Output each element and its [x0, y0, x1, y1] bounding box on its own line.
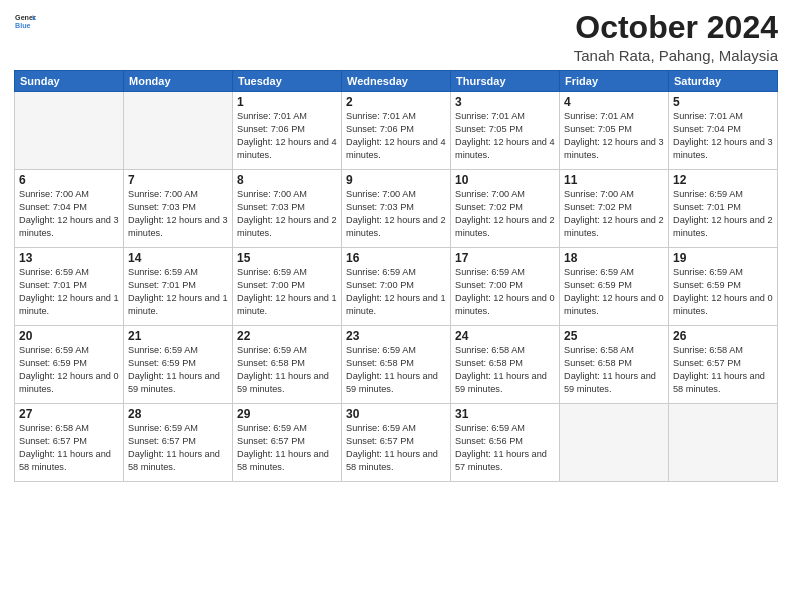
day-number: 5 — [673, 95, 773, 109]
calendar-cell: 13Sunrise: 6:59 AM Sunset: 7:01 PM Dayli… — [15, 248, 124, 326]
calendar-cell: 29Sunrise: 6:59 AM Sunset: 6:57 PM Dayli… — [233, 404, 342, 482]
calendar-cell — [124, 92, 233, 170]
day-info: Sunrise: 7:00 AM Sunset: 7:03 PM Dayligh… — [128, 188, 228, 240]
day-info: Sunrise: 7:00 AM Sunset: 7:02 PM Dayligh… — [564, 188, 664, 240]
day-info: Sunrise: 6:59 AM Sunset: 6:58 PM Dayligh… — [237, 344, 337, 396]
day-number: 21 — [128, 329, 228, 343]
calendar-cell: 12Sunrise: 6:59 AM Sunset: 7:01 PM Dayli… — [669, 170, 778, 248]
calendar-cell: 10Sunrise: 7:00 AM Sunset: 7:02 PM Dayli… — [451, 170, 560, 248]
calendar-cell: 9Sunrise: 7:00 AM Sunset: 7:03 PM Daylig… — [342, 170, 451, 248]
day-info: Sunrise: 6:59 AM Sunset: 6:59 PM Dayligh… — [19, 344, 119, 396]
calendar-cell: 15Sunrise: 6:59 AM Sunset: 7:00 PM Dayli… — [233, 248, 342, 326]
col-sunday: Sunday — [15, 71, 124, 92]
day-number: 3 — [455, 95, 555, 109]
day-info: Sunrise: 6:59 AM Sunset: 6:59 PM Dayligh… — [128, 344, 228, 396]
day-info: Sunrise: 6:59 AM Sunset: 6:57 PM Dayligh… — [237, 422, 337, 474]
day-number: 9 — [346, 173, 446, 187]
day-info: Sunrise: 6:59 AM Sunset: 6:59 PM Dayligh… — [564, 266, 664, 318]
col-wednesday: Wednesday — [342, 71, 451, 92]
day-info: Sunrise: 6:59 AM Sunset: 6:57 PM Dayligh… — [346, 422, 446, 474]
calendar-cell: 24Sunrise: 6:58 AM Sunset: 6:58 PM Dayli… — [451, 326, 560, 404]
day-number: 26 — [673, 329, 773, 343]
col-thursday: Thursday — [451, 71, 560, 92]
calendar-cell: 14Sunrise: 6:59 AM Sunset: 7:01 PM Dayli… — [124, 248, 233, 326]
day-info: Sunrise: 6:59 AM Sunset: 7:00 PM Dayligh… — [237, 266, 337, 318]
day-info: Sunrise: 6:58 AM Sunset: 6:57 PM Dayligh… — [19, 422, 119, 474]
calendar-cell: 19Sunrise: 6:59 AM Sunset: 6:59 PM Dayli… — [669, 248, 778, 326]
calendar-cell: 25Sunrise: 6:58 AM Sunset: 6:58 PM Dayli… — [560, 326, 669, 404]
day-number: 1 — [237, 95, 337, 109]
day-info: Sunrise: 6:59 AM Sunset: 6:59 PM Dayligh… — [673, 266, 773, 318]
day-info: Sunrise: 6:59 AM Sunset: 7:00 PM Dayligh… — [346, 266, 446, 318]
calendar-cell — [669, 404, 778, 482]
calendar-cell: 26Sunrise: 6:58 AM Sunset: 6:57 PM Dayli… — [669, 326, 778, 404]
col-saturday: Saturday — [669, 71, 778, 92]
title-block: October 2024 Tanah Rata, Pahang, Malaysi… — [574, 10, 778, 64]
week-row-1: 1Sunrise: 7:01 AM Sunset: 7:06 PM Daylig… — [15, 92, 778, 170]
day-number: 31 — [455, 407, 555, 421]
day-number: 11 — [564, 173, 664, 187]
day-number: 25 — [564, 329, 664, 343]
calendar-cell: 18Sunrise: 6:59 AM Sunset: 6:59 PM Dayli… — [560, 248, 669, 326]
day-info: Sunrise: 6:59 AM Sunset: 7:01 PM Dayligh… — [128, 266, 228, 318]
col-monday: Monday — [124, 71, 233, 92]
logo: General Blue — [14, 10, 36, 32]
day-info: Sunrise: 6:59 AM Sunset: 6:56 PM Dayligh… — [455, 422, 555, 474]
page: General Blue October 2024 Tanah Rata, Pa… — [0, 0, 792, 612]
calendar-cell — [560, 404, 669, 482]
week-row-3: 13Sunrise: 6:59 AM Sunset: 7:01 PM Dayli… — [15, 248, 778, 326]
day-info: Sunrise: 6:59 AM Sunset: 7:01 PM Dayligh… — [19, 266, 119, 318]
day-number: 28 — [128, 407, 228, 421]
day-info: Sunrise: 6:59 AM Sunset: 6:58 PM Dayligh… — [346, 344, 446, 396]
calendar-cell: 1Sunrise: 7:01 AM Sunset: 7:06 PM Daylig… — [233, 92, 342, 170]
calendar-header-row: Sunday Monday Tuesday Wednesday Thursday… — [15, 71, 778, 92]
calendar-cell: 16Sunrise: 6:59 AM Sunset: 7:00 PM Dayli… — [342, 248, 451, 326]
week-row-4: 20Sunrise: 6:59 AM Sunset: 6:59 PM Dayli… — [15, 326, 778, 404]
calendar: Sunday Monday Tuesday Wednesday Thursday… — [14, 70, 778, 482]
calendar-cell: 27Sunrise: 6:58 AM Sunset: 6:57 PM Dayli… — [15, 404, 124, 482]
day-number: 10 — [455, 173, 555, 187]
day-number: 27 — [19, 407, 119, 421]
day-number: 20 — [19, 329, 119, 343]
day-info: Sunrise: 6:58 AM Sunset: 6:58 PM Dayligh… — [564, 344, 664, 396]
calendar-cell: 30Sunrise: 6:59 AM Sunset: 6:57 PM Dayli… — [342, 404, 451, 482]
week-row-2: 6Sunrise: 7:00 AM Sunset: 7:04 PM Daylig… — [15, 170, 778, 248]
day-number: 8 — [237, 173, 337, 187]
day-number: 17 — [455, 251, 555, 265]
calendar-cell: 4Sunrise: 7:01 AM Sunset: 7:05 PM Daylig… — [560, 92, 669, 170]
calendar-cell: 2Sunrise: 7:01 AM Sunset: 7:06 PM Daylig… — [342, 92, 451, 170]
day-number: 7 — [128, 173, 228, 187]
day-number: 24 — [455, 329, 555, 343]
day-number: 6 — [19, 173, 119, 187]
day-info: Sunrise: 7:01 AM Sunset: 7:05 PM Dayligh… — [564, 110, 664, 162]
day-info: Sunrise: 7:01 AM Sunset: 7:05 PM Dayligh… — [455, 110, 555, 162]
day-number: 19 — [673, 251, 773, 265]
header: General Blue October 2024 Tanah Rata, Pa… — [14, 10, 778, 64]
day-number: 16 — [346, 251, 446, 265]
calendar-cell: 22Sunrise: 6:59 AM Sunset: 6:58 PM Dayli… — [233, 326, 342, 404]
calendar-cell: 8Sunrise: 7:00 AM Sunset: 7:03 PM Daylig… — [233, 170, 342, 248]
col-tuesday: Tuesday — [233, 71, 342, 92]
day-info: Sunrise: 7:00 AM Sunset: 7:03 PM Dayligh… — [346, 188, 446, 240]
calendar-cell: 5Sunrise: 7:01 AM Sunset: 7:04 PM Daylig… — [669, 92, 778, 170]
calendar-cell — [15, 92, 124, 170]
calendar-cell: 7Sunrise: 7:00 AM Sunset: 7:03 PM Daylig… — [124, 170, 233, 248]
day-number: 4 — [564, 95, 664, 109]
day-number: 13 — [19, 251, 119, 265]
day-info: Sunrise: 7:00 AM Sunset: 7:03 PM Dayligh… — [237, 188, 337, 240]
day-number: 15 — [237, 251, 337, 265]
day-info: Sunrise: 6:59 AM Sunset: 7:01 PM Dayligh… — [673, 188, 773, 240]
day-number: 18 — [564, 251, 664, 265]
day-number: 12 — [673, 173, 773, 187]
day-number: 30 — [346, 407, 446, 421]
day-info: Sunrise: 6:58 AM Sunset: 6:57 PM Dayligh… — [673, 344, 773, 396]
calendar-cell: 6Sunrise: 7:00 AM Sunset: 7:04 PM Daylig… — [15, 170, 124, 248]
day-info: Sunrise: 7:01 AM Sunset: 7:04 PM Dayligh… — [673, 110, 773, 162]
calendar-cell: 28Sunrise: 6:59 AM Sunset: 6:57 PM Dayli… — [124, 404, 233, 482]
month-title: October 2024 — [574, 10, 778, 45]
calendar-cell: 31Sunrise: 6:59 AM Sunset: 6:56 PM Dayli… — [451, 404, 560, 482]
calendar-cell: 23Sunrise: 6:59 AM Sunset: 6:58 PM Dayli… — [342, 326, 451, 404]
calendar-cell: 11Sunrise: 7:00 AM Sunset: 7:02 PM Dayli… — [560, 170, 669, 248]
calendar-cell: 20Sunrise: 6:59 AM Sunset: 6:59 PM Dayli… — [15, 326, 124, 404]
day-number: 2 — [346, 95, 446, 109]
